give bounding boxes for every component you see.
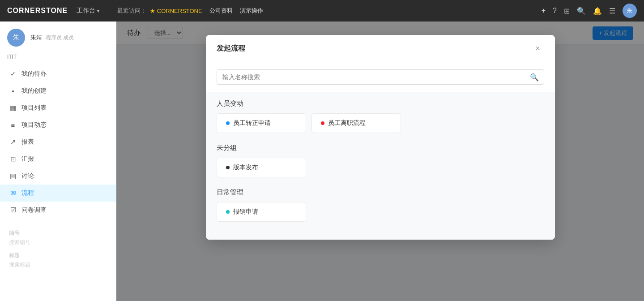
sidebar-item-discussion[interactable]: ▤ 讨论: [0, 168, 116, 185]
sidebar-item-label: 项目动态: [21, 121, 47, 129]
filter-id-input[interactable]: 搜索编号: [9, 239, 107, 246]
sidebar-item-label: 项目列表: [21, 104, 47, 112]
sidebar-filter-section-id: 编号 搜索编号: [0, 229, 116, 246]
main-layout: 朱 朱靖 程序员 成员 ITIT ✓ 我的待办 ▪ 我的创建 ▦ 项目列表: [0, 22, 644, 301]
search-icon[interactable]: 🔍: [577, 7, 586, 15]
modal-overlay: 发起流程 × 🔍 人员变动 员工: [116, 22, 644, 301]
category-personnel-title: 人员变动: [217, 99, 544, 108]
filter-title-label: 标题: [9, 252, 107, 259]
flow-items-personnel: 员工转正申请 员工离职流程: [217, 113, 544, 133]
top-navigation: CORNERSTONE 工作台 ▾ 最近访问： ★ CORNERSTONE 公司…: [0, 0, 644, 22]
modal-close-button[interactable]: ×: [532, 42, 544, 55]
recent-items: ★ CORNERSTONE 公司资料 演示操作: [150, 7, 263, 15]
dot-red: [321, 121, 324, 125]
sidebar-item-project-list[interactable]: ▦ 项目列表: [0, 99, 116, 116]
sidebar-user-info: 朱靖 程序员 成员: [30, 34, 74, 42]
sidebar-item-label: 流程: [21, 189, 34, 197]
recent-item-0[interactable]: ★ CORNERSTONE: [150, 8, 202, 14]
category-ungrouped-title: 未分组: [217, 144, 544, 152]
created-icon: ▪: [9, 87, 17, 95]
recent-label: 最近访问：: [117, 7, 146, 15]
flow-item-reimbursement[interactable]: 报销申请: [217, 202, 306, 222]
modal-search-section: 🔍: [206, 62, 555, 92]
sidebar-item-project-activity[interactable]: ≡ 项目动态: [0, 116, 116, 133]
top-nav-actions: + ? ⊞ 🔍 🔔 ☰ 朱: [542, 4, 637, 18]
flow-item-label: 版本发布: [233, 163, 258, 172]
filter-title-input[interactable]: 搜索标题: [9, 261, 107, 269]
project-list-icon: ▦: [9, 104, 17, 112]
flow-item-resignation[interactable]: 员工离职流程: [311, 113, 401, 133]
discussion-icon: ▤: [9, 172, 17, 180]
flow-items-daily: 报销申请: [217, 202, 544, 222]
sidebar-item-report[interactable]: ↗ 报表: [0, 133, 116, 150]
modal-body: 人员变动 员工转正申请 员工离职流程: [206, 92, 555, 240]
plus-icon[interactable]: +: [542, 7, 546, 15]
sidebar-nav: ✓ 我的待办 ▪ 我的创建 ▦ 项目列表 ≡ 项目动态 ↗ 报表 ⊡ 汇报: [0, 65, 116, 219]
bell-icon[interactable]: 🔔: [593, 7, 602, 15]
flow-item-label: 报销申请: [233, 208, 258, 216]
sidebar-avatar: 朱: [7, 29, 25, 47]
sidebar-item-my-created[interactable]: ▪ 我的创建: [0, 82, 116, 99]
filter-id-label: 编号: [9, 229, 107, 237]
sidebar-user-section: 朱 朱靖 程序员 成员: [0, 29, 116, 54]
flow-item-label: 员工转正申请: [233, 119, 271, 127]
grid-icon[interactable]: ⊞: [564, 7, 570, 15]
flow-item-release[interactable]: 版本发布: [217, 158, 306, 177]
report-icon: ↗: [9, 138, 17, 146]
help-icon[interactable]: ?: [553, 7, 557, 15]
category-ungrouped: 未分组 版本发布: [217, 144, 544, 177]
sidebar-item-label: 汇报: [21, 155, 34, 163]
sidebar-item-survey[interactable]: ☑ 问卷调查: [0, 202, 116, 219]
category-daily-title: 日常管理: [217, 188, 544, 197]
todo-icon: ✓: [9, 70, 17, 78]
list-icon[interactable]: ☰: [609, 7, 615, 15]
sidebar-item-label: 问卷调查: [21, 206, 47, 214]
sidebar-item-my-todo[interactable]: ✓ 我的待办: [0, 65, 116, 82]
activity-icon: ≡: [9, 121, 17, 129]
search-icon: 🔍: [530, 73, 539, 82]
sidebar-org: ITIT: [0, 54, 116, 65]
recent-nav: 最近访问： ★ CORNERSTONE 公司资料 演示操作: [99, 7, 263, 15]
briefing-icon: ⊡: [9, 155, 17, 163]
dot-blue: [226, 121, 230, 125]
sidebar-item-label: 我的待办: [21, 70, 47, 78]
sidebar-username: 朱靖 程序员 成员: [30, 34, 74, 42]
sidebar-user-role: 程序员 成员: [46, 34, 74, 41]
modal-header: 发起流程 ×: [206, 35, 555, 62]
modal-title: 发起流程: [217, 44, 245, 53]
flow-item-regularization[interactable]: 员工转正申请: [217, 113, 306, 133]
category-personnel: 人员变动 员工转正申请 员工离职流程: [217, 99, 544, 133]
workflow-search-input[interactable]: [217, 69, 544, 85]
sidebar: 朱 朱靖 程序员 成员 ITIT ✓ 我的待办 ▪ 我的创建 ▦ 项目列表: [0, 22, 116, 301]
sidebar-item-label: 讨论: [21, 172, 34, 180]
workspace-menu[interactable]: 工作台 ▾: [77, 7, 99, 15]
recent-item-2[interactable]: 演示操作: [240, 7, 263, 15]
sidebar-filter-section-title: 标题 搜索标题: [0, 252, 116, 269]
workspace-label: 工作台: [77, 7, 95, 15]
dot-cyan: [226, 210, 230, 214]
main-content: 待办 选择... + 发起流程 发起流程 × 🔍: [116, 22, 644, 301]
app-logo: CORNERSTONE: [7, 7, 68, 15]
sidebar-item-label: 我的创建: [21, 87, 47, 95]
survey-icon: ☑: [9, 206, 17, 214]
user-avatar[interactable]: 朱: [623, 4, 637, 18]
dot-black: [226, 166, 230, 169]
sidebar-item-label: 报表: [21, 138, 34, 146]
flow-items-ungrouped: 版本发布: [217, 158, 544, 177]
flow-item-label: 员工离职流程: [328, 119, 366, 127]
workflow-icon: ✉: [9, 189, 17, 197]
recent-item-1[interactable]: 公司资料: [209, 7, 233, 15]
start-workflow-modal: 发起流程 × 🔍 人员变动 员工: [206, 35, 555, 240]
category-daily: 日常管理 报销申请: [217, 188, 544, 222]
sidebar-item-workflow[interactable]: ✉ 流程: [0, 185, 116, 202]
sidebar-item-briefing[interactable]: ⊡ 汇报: [0, 150, 116, 168]
